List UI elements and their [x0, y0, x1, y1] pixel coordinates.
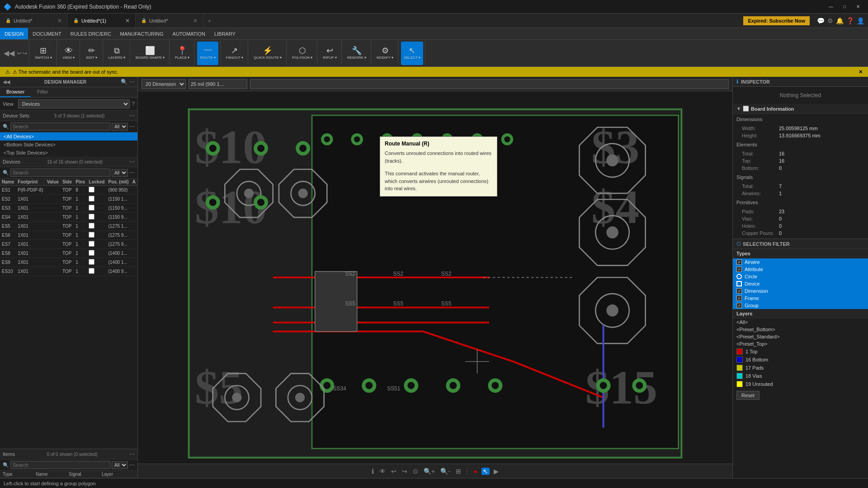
view-help-button[interactable]: ? — [132, 101, 135, 107]
menu-library[interactable]: LIBRARY — [210, 28, 240, 39]
tab-2-close[interactable]: ✕ — [125, 18, 130, 24]
locked-checkbox[interactable] — [89, 187, 94, 192]
dm-filter-icon[interactable]: ⋯ — [129, 79, 135, 85]
collapse-left-btn[interactable]: ◀◀ — [3, 79, 10, 85]
eye-button[interactable]: 👁 — [378, 468, 387, 475]
type-airwire[interactable]: ✓ Airwire — [733, 258, 868, 266]
group-checkbox[interactable]: ✓ — [736, 303, 742, 308]
menu-rules[interactable]: RULES DRC/ERC — [66, 28, 116, 39]
device-sets-more-icon[interactable]: ⋯ — [129, 123, 135, 130]
filter-tab[interactable]: Filter — [31, 87, 54, 97]
minimize-button[interactable]: — — [825, 2, 837, 11]
menu-design[interactable]: DESIGN — [0, 28, 28, 39]
type-device[interactable]: Device — [733, 280, 868, 287]
locked-checkbox[interactable] — [89, 259, 94, 265]
syncbar-close-button[interactable]: ✕ — [859, 69, 863, 75]
zoom-in-button[interactable]: 🔍+ — [422, 468, 436, 475]
type-dimension[interactable]: ✓ Dimension — [733, 287, 868, 295]
new-tab-button[interactable]: + — [203, 14, 215, 28]
locked-checkbox[interactable] — [89, 214, 94, 220]
browser-tab[interactable]: Browser — [0, 87, 31, 97]
layer-preset-top[interactable]: <Preset_Top> — [733, 340, 868, 347]
tab-1[interactable]: 🔒 Untitled* ✕ — [0, 14, 68, 28]
table-row[interactable]: ES41X01TOP1(1150 9... — [0, 213, 137, 222]
locked-checkbox[interactable] — [89, 241, 94, 247]
attribute-checkbox[interactable]: ✓ — [736, 267, 742, 272]
table-row[interactable]: ES61X01TOP1(1275 9... — [0, 231, 137, 240]
boardshape-button[interactable]: ⬜ BOARD SHAPE ▾ — [133, 42, 167, 65]
locked-checkbox[interactable] — [89, 205, 94, 211]
type-attribute[interactable]: ✓ Attribute — [733, 266, 868, 273]
layer-18-vias[interactable]: 18 Vias — [733, 372, 868, 380]
chat-icon[interactable]: 💬 — [817, 17, 825, 24]
device-set-top[interactable]: <Top Side Devices> — [0, 149, 137, 157]
type-frame[interactable]: ✓ Frame — [733, 295, 868, 302]
dimension-checkbox[interactable]: ✓ — [736, 288, 742, 294]
devices-more-icon[interactable]: ⋯ — [129, 169, 135, 176]
undo-canvas-button[interactable]: ↩ — [390, 468, 398, 475]
table-row[interactable]: ES31X01TOP1(1150 9... — [0, 204, 137, 213]
items-search-input[interactable] — [10, 461, 110, 469]
redo-canvas-button[interactable]: ↪ — [401, 468, 409, 475]
tab-1-close[interactable]: ✕ — [57, 18, 62, 24]
table-row[interactable]: ES81X01TOP1(1400 1... — [0, 249, 137, 258]
table-row[interactable]: ES71X01TOP1(1275 9... — [0, 240, 137, 249]
play-button[interactable]: ▶ — [492, 468, 500, 475]
modify-button[interactable]: ⚙ MODIFY ▾ — [374, 42, 396, 65]
table-row[interactable]: ES21X01TOP1(1150 1... — [0, 195, 137, 204]
layer-filter-input[interactable] — [250, 79, 729, 89]
layer-16-bottom[interactable]: 16 Bottom — [733, 356, 868, 364]
layer-preset-bottom[interactable]: <Preset_Bottom> — [733, 326, 868, 333]
devices-filter-select[interactable]: All — [112, 169, 128, 177]
airwire-checkbox[interactable]: ✓ — [736, 259, 742, 265]
table-row[interactable]: ES91X01TOP1(1400 1... — [0, 258, 137, 267]
size-input[interactable] — [189, 79, 247, 89]
quickroute-button[interactable]: ⚡ QUICK ROUTE ▾ — [251, 42, 284, 65]
device-sets-search-input[interactable] — [10, 122, 110, 131]
layer-1-top[interactable]: 1 Top — [733, 347, 868, 356]
layers-button[interactable]: ⧉ LAYERS ▾ — [106, 42, 128, 65]
tab-3-close[interactable]: ✕ — [193, 18, 198, 24]
expired-subscribe-button[interactable]: Expired: Subscribe Now — [743, 16, 810, 25]
select-button[interactable]: ↖ SELECT ▾ — [401, 42, 423, 65]
info-button[interactable]: ℹ — [370, 468, 375, 475]
edit-button[interactable]: ✏ EDIT ▾ — [83, 42, 101, 65]
devices-more-btn[interactable]: ⋯ — [129, 159, 135, 165]
table-row[interactable]: ES1P(R-PDIP-8)TOP8(900 950) — [0, 186, 137, 195]
undo-button[interactable]: ↩ — [17, 50, 22, 56]
table-row[interactable]: ES51X01TOP1(1275 1... — [0, 222, 137, 231]
tab-3[interactable]: 🔒 Untitled* ✕ — [136, 14, 203, 28]
device-sets-more-btn[interactable]: ⋯ — [129, 113, 135, 119]
frame-checkbox[interactable]: ✓ — [736, 296, 742, 301]
stop-button[interactable]: ● — [472, 468, 479, 475]
devices-search-input[interactable] — [10, 169, 110, 177]
redo-button[interactable]: ↪ — [23, 50, 27, 56]
board-info-header[interactable]: ▼ ⬜ Board Information — [733, 104, 868, 114]
help-icon[interactable]: ❓ — [846, 17, 854, 24]
place-button[interactable]: 📍 PLACE ▾ — [172, 42, 192, 65]
type-circle[interactable]: Circle — [733, 273, 868, 280]
switch-button[interactable]: ⊞ SWITCH ▾ — [32, 42, 55, 65]
menu-document[interactable]: DOCUMENT — [28, 28, 66, 39]
zoom-out-button[interactable]: 🔍- — [439, 468, 452, 475]
type-group[interactable]: ✓ Group — [733, 302, 868, 309]
menu-automation[interactable]: AUTOMATION — [168, 28, 210, 39]
items-more-icon[interactable]: ⋯ — [129, 462, 135, 468]
locked-checkbox[interactable] — [89, 196, 94, 202]
items-filter-select[interactable]: All — [112, 461, 128, 469]
close-button[interactable]: ✕ — [852, 2, 864, 11]
polygon-button[interactable]: ⬡ POLYGON ▾ — [289, 42, 315, 65]
settings-icon[interactable]: ⚙ — [827, 17, 833, 24]
locked-checkbox[interactable] — [89, 268, 94, 274]
layer-17-pads[interactable]: 17 Pads — [733, 364, 868, 372]
items-more-btn[interactable]: ⋯ — [129, 451, 135, 457]
layer-select[interactable]: 20 Dimension 1 Top 16 Bottom — [142, 79, 186, 89]
toolbar-collapse-btn[interactable]: ◀◀ — [4, 49, 14, 57]
table-row[interactable]: ES101X01TOP1(1400 9... — [0, 267, 137, 276]
fanout-button[interactable]: ↗ FANOUT ▾ — [223, 42, 246, 65]
zoom-fit-button[interactable]: ⊙ — [411, 468, 420, 475]
dm-search-icon[interactable]: 🔍 — [121, 79, 127, 85]
locked-checkbox[interactable] — [89, 250, 94, 256]
locked-checkbox[interactable] — [89, 232, 94, 238]
rework-button[interactable]: 🔧 REWORK ▾ — [344, 42, 369, 65]
